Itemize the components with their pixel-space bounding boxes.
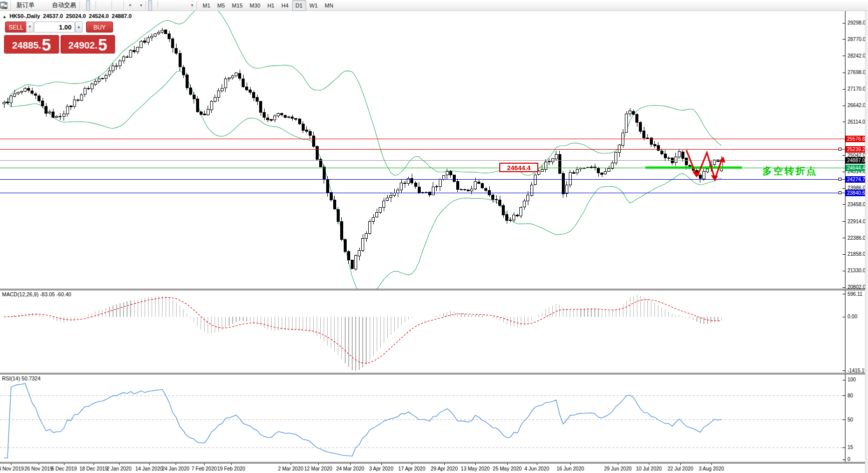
- date-tick-mark: [475, 463, 476, 465]
- rsi-pane-canvas[interactable]: [0, 374, 845, 462]
- panel-collapse-arrow[interactable]: ▲: [3, 15, 7, 19]
- bar-chart-button[interactable]: [82, 0, 86, 11]
- signals-button[interactable]: [45, 0, 49, 11]
- metaeditor-button[interactable]: [41, 0, 45, 11]
- line-handle[interactable]: [838, 178, 841, 181]
- date-label: 2 Jan 2020: [107, 466, 132, 471]
- auto-scroll-button[interactable]: [114, 0, 118, 11]
- price-tick-label: 21330.0: [847, 268, 865, 273]
- price-tick-label: 27170.0: [847, 86, 865, 92]
- date-tick-mark: [11, 463, 12, 465]
- zoom-in-button[interactable]: [98, 0, 102, 11]
- mt4-trading-app: 新订单自动交易▾▾EFAT▾M1M5M15M30H1H4D1W1MN 29298…: [0, 0, 868, 473]
- price-annotation-box[interactable]: 24644.4: [499, 163, 538, 172]
- rsi-tick-label: 15: [847, 444, 853, 450]
- buy-price-display[interactable]: 24902.5: [61, 35, 115, 54]
- line-handle[interactable]: [838, 148, 841, 151]
- search-button[interactable]: [856, 0, 860, 11]
- arrows-button[interactable]: ▾: [188, 0, 195, 11]
- new-order-button[interactable]: 新订单: [13, 0, 37, 11]
- chart-header: ▲HK50-,Daily24537.025024.024524.024887.0: [3, 13, 135, 19]
- bollinger-lower-band: [4, 71, 721, 290]
- rsi-label: RSI(14) 50.7324: [2, 375, 41, 381]
- macd-pane-canvas[interactable]: [0, 290, 845, 373]
- date-tick-mark: [204, 463, 205, 465]
- price-tick-label: 22386.0: [847, 235, 865, 241]
- price-tick-label: 22914.0: [847, 219, 865, 224]
- date-axis[interactable]: 4 Nov 201926 Nov 20196 Dec 201918 Dec 20…: [0, 463, 868, 473]
- toolbar-right: [856, 0, 864, 11]
- timeframe-h1-button[interactable]: H1: [264, 0, 278, 11]
- line-handle[interactable]: [838, 192, 841, 194]
- date-label: 17 Apr 2020: [398, 466, 425, 471]
- date-tick-mark: [64, 463, 65, 465]
- date-tick-mark: [570, 463, 571, 465]
- cursor-button[interactable]: [148, 0, 152, 11]
- line-chart-button[interactable]: [90, 0, 94, 11]
- rsi-tick-label: 80: [847, 393, 853, 398]
- timeframe-d1-button[interactable]: D1: [292, 0, 306, 11]
- main-chart-canvas[interactable]: [0, 11, 845, 290]
- volume-decrease-button[interactable]: ▼: [26, 22, 34, 33]
- date-label: 10 Jul 2020: [636, 466, 662, 471]
- zigzag-arrows[interactable]: [686, 150, 725, 181]
- volume-increase-button[interactable]: ▲: [75, 22, 83, 33]
- date-tick-mark: [149, 463, 150, 465]
- date-tick-mark: [412, 463, 412, 465]
- date-label: 3 Apr 2020: [369, 466, 393, 471]
- zoom-out-button[interactable]: [102, 0, 106, 11]
- timeframe-m15-button[interactable]: M15: [229, 0, 246, 11]
- date-tick-mark: [350, 463, 351, 465]
- text-label-button[interactable]: T: [184, 0, 188, 11]
- vertical-line-button[interactable]: [160, 0, 164, 11]
- chat-button[interactable]: [860, 0, 864, 11]
- templates-button[interactable]: ▾: [137, 0, 144, 11]
- date-label: 22 Jul 2020: [667, 466, 693, 471]
- metaquotes-app-button[interactable]: [37, 0, 41, 11]
- toolbar-separator: [96, 1, 97, 10]
- tile-windows-button[interactable]: [106, 0, 110, 11]
- window-edge-strip: [865, 11, 868, 473]
- horizontal-line-button[interactable]: [164, 0, 168, 11]
- date-label: 2 Mar 2020: [278, 466, 304, 471]
- rsi-tick-label: 0: [847, 456, 850, 462]
- chart-shift-button[interactable]: [118, 0, 122, 11]
- crosshair-button[interactable]: [152, 0, 156, 11]
- fibonacci-button[interactable]: F: [176, 0, 180, 11]
- buy-price-main: 24902.: [69, 38, 98, 53]
- candlestick-chart-button[interactable]: [86, 0, 90, 11]
- volume-input[interactable]: [34, 22, 75, 33]
- price-tick-label: 23458.0: [847, 202, 865, 207]
- rsi-line: [4, 383, 721, 458]
- timeframe-m1-button[interactable]: M1: [199, 0, 214, 11]
- pivot-note-text[interactable]: 多空转折点: [762, 165, 817, 178]
- date-tick-mark: [318, 463, 319, 465]
- new-chart-button[interactable]: ▾: [126, 0, 133, 11]
- buy-button[interactable]: BUY: [86, 22, 113, 33]
- macd-tick-label: -1415.19: [847, 368, 867, 373]
- sell-price-display[interactable]: 24885.5: [4, 35, 59, 54]
- date-tick-mark: [649, 463, 649, 465]
- trend-line-button[interactable]: [168, 0, 172, 11]
- cycles-clock-button[interactable]: [133, 0, 137, 11]
- sell-button[interactable]: SELL: [5, 22, 27, 33]
- sell-price-big-digit: 5: [42, 37, 51, 53]
- price-tick-label: 26114.0: [847, 119, 865, 125]
- text-button[interactable]: A: [180, 0, 184, 11]
- timeframe-mn-button[interactable]: MN: [321, 0, 337, 11]
- ohlc-open: 24537.0: [43, 13, 63, 19]
- timeframe-m5-button[interactable]: M5: [214, 0, 228, 11]
- date-label: 18 Dec 2019: [80, 466, 108, 471]
- timeframe-m30-button[interactable]: M30: [246, 0, 264, 11]
- date-label: 3 Aug 2020: [699, 466, 724, 471]
- timeframe-w1-button[interactable]: W1: [306, 0, 322, 11]
- date-label: 7 Feb 2020: [192, 466, 217, 471]
- date-tick-mark: [231, 463, 232, 465]
- timeframe-h4-button[interactable]: H4: [278, 0, 292, 11]
- equidistant-channel-button[interactable]: E: [172, 0, 176, 11]
- rsi-tick-label: 100: [847, 377, 856, 382]
- date-label: 29 Jun 2020: [604, 466, 631, 471]
- date-label: 13 May 2020: [461, 466, 490, 471]
- autotrading-button[interactable]: 自动交易: [49, 0, 78, 11]
- dropdown-caret-icon: ▾: [129, 3, 131, 8]
